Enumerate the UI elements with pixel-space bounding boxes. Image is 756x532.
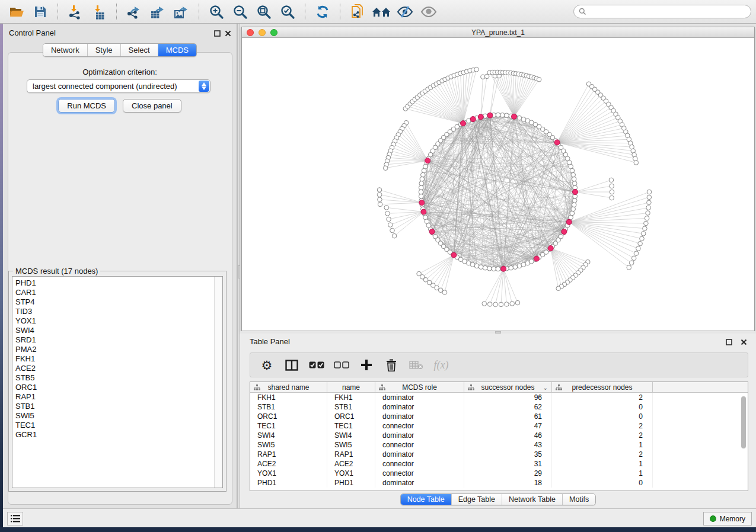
zoom-out-button[interactable] (228, 2, 252, 22)
mcds-result-item[interactable]: GCR1 (12, 430, 222, 440)
table-cell[interactable]: TEC1 (250, 421, 327, 431)
mcds-hub-node[interactable] (421, 209, 426, 214)
hide-graphics-details-button[interactable] (417, 2, 441, 22)
column-settings-button[interactable]: ⚙ (256, 355, 277, 375)
network-node[interactable] (496, 113, 500, 117)
table-cell[interactable]: 2 (552, 421, 653, 431)
network-node[interactable] (517, 116, 522, 120)
table-cell[interactable]: 96 (464, 393, 552, 402)
optimization-criterion-dropdown[interactable]: largest connected component (undirected) (27, 79, 210, 93)
network-leaf-node[interactable] (627, 265, 631, 270)
table-cell[interactable]: YOX1 (327, 469, 375, 478)
table-cell[interactable]: 2 (552, 431, 653, 440)
table-cell[interactable]: 43 (464, 440, 552, 450)
mcds-hub-node[interactable] (566, 219, 572, 225)
network-canvas[interactable] (242, 38, 754, 331)
delete-table-button[interactable] (406, 355, 427, 375)
mcds-result-list[interactable]: PHD1CAR1STP4TID3YOX1SWI4SRD1PMA2FKH1ACE2… (12, 276, 223, 488)
network-node[interactable] (572, 198, 577, 203)
table-cell[interactable]: TEC1 (327, 421, 375, 431)
network-node[interactable] (474, 264, 479, 268)
network-leaf-node[interactable] (647, 200, 652, 205)
run-mcds-button[interactable]: Run MCDS (58, 99, 115, 113)
mcds-result-item[interactable]: YOX1 (12, 316, 222, 326)
table-cell[interactable]: dominator (375, 431, 464, 440)
delete-column-button[interactable] (381, 355, 402, 375)
table-cell[interactable]: PHD1 (250, 478, 327, 488)
mcds-hub-node[interactable] (534, 256, 540, 261)
network-leaf-node[interactable] (537, 77, 541, 82)
network-leaf-node[interactable] (378, 202, 382, 207)
table-row[interactable]: RAP1RAP1dominator352 (250, 450, 748, 459)
network-leaf-node[interactable] (610, 184, 614, 188)
table-row[interactable]: STB1STB1dominator620 (250, 402, 748, 412)
network-node[interactable] (479, 265, 483, 270)
new-network-from-selection-button[interactable] (346, 2, 369, 22)
table-cell[interactable]: ACE2 (327, 459, 375, 469)
mcds-result-item[interactable]: TEC1 (12, 421, 222, 430)
table-cell[interactable]: 61 (464, 412, 552, 421)
network-node[interactable] (571, 207, 576, 211)
table-cell[interactable]: 2 (552, 450, 653, 459)
mcds-hub-node[interactable] (470, 117, 476, 122)
table-cell[interactable]: RAP1 (327, 450, 375, 459)
save-session-button[interactable] (28, 2, 52, 22)
table-cell[interactable]: 0 (552, 402, 653, 412)
table-row[interactable]: PHD1PHD1dominator180 (250, 478, 748, 488)
network-leaf-node[interactable] (636, 246, 641, 251)
table-cell[interactable]: ACE2 (250, 459, 327, 469)
tab-motifs[interactable]: Motifs (562, 494, 595, 505)
network-leaf-node[interactable] (510, 302, 515, 306)
table-cell[interactable]: 18 (464, 478, 552, 488)
table-row[interactable]: SWI5SWI5connector431 (250, 440, 748, 450)
network-leaf-node[interactable] (383, 166, 388, 171)
network-node[interactable] (571, 172, 576, 177)
open-session-button[interactable] (5, 2, 28, 22)
network-leaf-node[interactable] (385, 211, 390, 216)
table-cell[interactable]: 62 (464, 402, 552, 412)
network-leaf-node[interactable] (634, 251, 639, 256)
mcds-hub-node[interactable] (548, 246, 553, 251)
table-cell[interactable]: dominator (375, 402, 464, 412)
mcds-hub-node[interactable] (562, 229, 567, 235)
network-node[interactable] (500, 113, 505, 117)
table-row[interactable]: YOX1YOX1connector291 (250, 469, 748, 478)
deselect-all-button[interactable] (331, 355, 352, 375)
network-leaf-node[interactable] (631, 256, 636, 261)
mcds-hub-node[interactable] (429, 229, 435, 235)
table-cell[interactable]: 1 (552, 440, 653, 450)
table-cell[interactable]: 2 (552, 393, 653, 402)
table-cell[interactable]: 31 (464, 459, 552, 469)
column-header-predecessor-nodes[interactable]: predecessor nodes (552, 382, 653, 392)
network-node[interactable] (570, 211, 575, 216)
mcds-result-item[interactable]: PMA2 (12, 345, 222, 354)
table-cell[interactable]: SWI4 (250, 431, 327, 440)
tab-network-table[interactable]: Network Table (502, 494, 562, 505)
network-leaf-node[interactable] (377, 188, 382, 193)
table-cell[interactable]: connector (375, 469, 464, 478)
import-table-button[interactable] (87, 2, 111, 22)
mcds-result-item[interactable]: ACE2 (12, 364, 222, 373)
table-row[interactable]: ACE2ACE2connector311 (250, 459, 748, 469)
table-cell[interactable]: 29 (464, 469, 552, 478)
network-leaf-node[interactable] (515, 300, 520, 305)
network-node[interactable] (483, 265, 487, 270)
mcds-result-item[interactable]: CAR1 (12, 288, 222, 297)
task-history-button[interactable] (7, 512, 23, 525)
network-node[interactable] (422, 168, 426, 173)
network-leaf-node[interactable] (644, 221, 649, 226)
zoom-in-button[interactable] (205, 2, 228, 22)
sort-chevron-icon[interactable]: ⌄ (543, 384, 548, 391)
mcds-result-item[interactable]: SRD1 (12, 335, 222, 345)
network-leaf-node[interactable] (378, 197, 382, 202)
network-leaf-node[interactable] (638, 241, 643, 246)
column-header-shared-name[interactable]: shared name (250, 382, 327, 392)
network-leaf-node[interactable] (647, 190, 652, 194)
network-node[interactable] (421, 172, 426, 177)
network-window-titlebar[interactable]: YPA_prune.txt_1 (242, 27, 754, 38)
close-panel-button[interactable]: Close panel (123, 99, 181, 113)
mcds-hub-node[interactable] (501, 266, 506, 271)
tab-network[interactable]: Network (43, 44, 87, 56)
network-leaf-node[interactable] (645, 216, 649, 221)
export-table-button[interactable] (146, 2, 170, 22)
